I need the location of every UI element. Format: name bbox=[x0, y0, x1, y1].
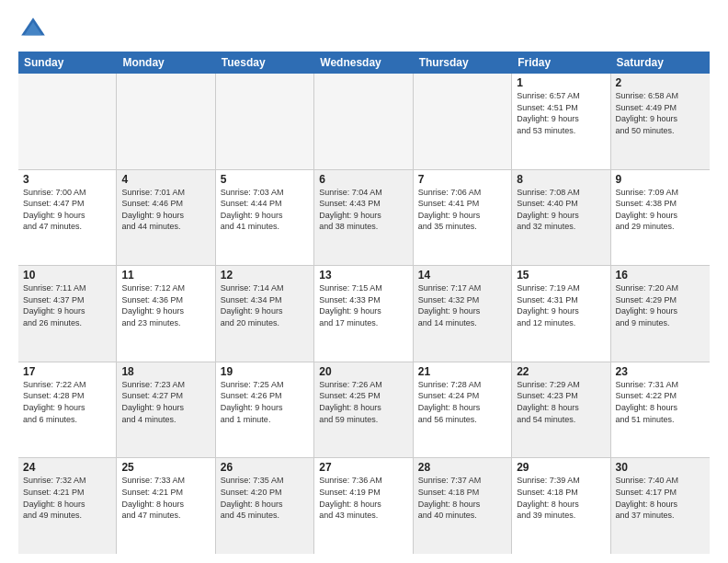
cell-info: Sunrise: 7:36 AM Sunset: 4:19 PM Dayligh… bbox=[319, 475, 407, 521]
day-number: 22 bbox=[517, 365, 605, 378]
calendar-cell bbox=[414, 74, 512, 169]
calendar-cell: 28Sunrise: 7:37 AM Sunset: 4:18 PM Dayli… bbox=[414, 458, 512, 554]
day-number: 15 bbox=[517, 269, 605, 282]
day-number: 17 bbox=[23, 365, 111, 378]
cell-info: Sunrise: 7:26 AM Sunset: 4:25 PM Dayligh… bbox=[319, 379, 407, 425]
calendar-cell: 6Sunrise: 7:04 AM Sunset: 4:43 PM Daylig… bbox=[314, 170, 413, 266]
cell-info: Sunrise: 7:06 AM Sunset: 4:41 PM Dayligh… bbox=[418, 187, 506, 233]
calendar-cell bbox=[18, 74, 117, 169]
cell-info: Sunrise: 7:00 AM Sunset: 4:47 PM Dayligh… bbox=[23, 187, 111, 233]
day-number: 10 bbox=[23, 269, 111, 282]
calendar-cell: 15Sunrise: 7:19 AM Sunset: 4:31 PM Dayli… bbox=[512, 266, 610, 362]
calendar-cell: 11Sunrise: 7:12 AM Sunset: 4:36 PM Dayli… bbox=[117, 266, 215, 362]
day-number: 4 bbox=[121, 173, 210, 186]
header bbox=[18, 15, 710, 44]
logo-icon bbox=[18, 15, 48, 44]
calendar-cell: 12Sunrise: 7:14 AM Sunset: 4:34 PM Dayli… bbox=[216, 266, 314, 362]
day-number: 7 bbox=[418, 173, 506, 186]
calendar-cell bbox=[314, 74, 413, 169]
calendar-cell: 3Sunrise: 7:00 AM Sunset: 4:47 PM Daylig… bbox=[18, 170, 117, 266]
cell-info: Sunrise: 7:28 AM Sunset: 4:24 PM Dayligh… bbox=[418, 379, 506, 425]
calendar-cell: 8Sunrise: 7:08 AM Sunset: 4:40 PM Daylig… bbox=[512, 170, 610, 266]
day-number: 16 bbox=[616, 269, 705, 282]
day-number: 5 bbox=[221, 173, 309, 186]
cell-info: Sunrise: 7:01 AM Sunset: 4:46 PM Dayligh… bbox=[121, 187, 210, 233]
cell-info: Sunrise: 7:03 AM Sunset: 4:44 PM Dayligh… bbox=[221, 187, 309, 233]
calendar-cell: 21Sunrise: 7:28 AM Sunset: 4:24 PM Dayli… bbox=[414, 362, 512, 458]
day-number: 23 bbox=[616, 365, 705, 378]
day-number: 30 bbox=[616, 461, 705, 474]
weekday-header: Saturday bbox=[611, 52, 710, 74]
calendar-cell: 26Sunrise: 7:35 AM Sunset: 4:20 PM Dayli… bbox=[216, 458, 314, 554]
calendar-cell: 24Sunrise: 7:32 AM Sunset: 4:21 PM Dayli… bbox=[18, 458, 117, 554]
calendar-cell bbox=[216, 74, 314, 169]
cell-info: Sunrise: 7:04 AM Sunset: 4:43 PM Dayligh… bbox=[319, 187, 407, 233]
day-number: 29 bbox=[517, 461, 605, 474]
day-number: 20 bbox=[319, 365, 407, 378]
day-number: 24 bbox=[23, 461, 111, 474]
cell-info: Sunrise: 6:58 AM Sunset: 4:49 PM Dayligh… bbox=[616, 90, 705, 136]
cell-info: Sunrise: 7:25 AM Sunset: 4:26 PM Dayligh… bbox=[221, 379, 309, 425]
day-number: 28 bbox=[418, 461, 506, 474]
calendar-body: 1Sunrise: 6:57 AM Sunset: 4:51 PM Daylig… bbox=[18, 74, 710, 554]
calendar-cell: 29Sunrise: 7:39 AM Sunset: 4:18 PM Dayli… bbox=[512, 458, 610, 554]
cell-info: Sunrise: 7:19 AM Sunset: 4:31 PM Dayligh… bbox=[517, 282, 605, 328]
calendar-cell: 1Sunrise: 6:57 AM Sunset: 4:51 PM Daylig… bbox=[512, 74, 610, 169]
day-number: 3 bbox=[23, 173, 111, 186]
day-number: 18 bbox=[121, 365, 210, 378]
day-number: 26 bbox=[221, 461, 309, 474]
cell-info: Sunrise: 7:08 AM Sunset: 4:40 PM Dayligh… bbox=[517, 187, 605, 233]
cell-info: Sunrise: 6:57 AM Sunset: 4:51 PM Dayligh… bbox=[517, 90, 605, 136]
cell-info: Sunrise: 7:22 AM Sunset: 4:28 PM Dayligh… bbox=[23, 379, 111, 425]
calendar-header: SundayMondayTuesdayWednesdayThursdayFrid… bbox=[18, 52, 710, 74]
cell-info: Sunrise: 7:29 AM Sunset: 4:23 PM Dayligh… bbox=[517, 379, 605, 425]
calendar-cell: 22Sunrise: 7:29 AM Sunset: 4:23 PM Dayli… bbox=[512, 362, 610, 458]
calendar-cell: 19Sunrise: 7:25 AM Sunset: 4:26 PM Dayli… bbox=[216, 362, 314, 458]
calendar-cell: 23Sunrise: 7:31 AM Sunset: 4:22 PM Dayli… bbox=[611, 362, 710, 458]
day-number: 2 bbox=[616, 76, 705, 89]
day-number: 11 bbox=[121, 269, 210, 282]
cell-info: Sunrise: 7:20 AM Sunset: 4:29 PM Dayligh… bbox=[616, 282, 705, 328]
calendar-cell: 9Sunrise: 7:09 AM Sunset: 4:38 PM Daylig… bbox=[611, 170, 710, 266]
cell-info: Sunrise: 7:39 AM Sunset: 4:18 PM Dayligh… bbox=[517, 475, 605, 521]
day-number: 13 bbox=[319, 269, 407, 282]
cell-info: Sunrise: 7:17 AM Sunset: 4:32 PM Dayligh… bbox=[418, 282, 506, 328]
weekday-header: Sunday bbox=[18, 52, 117, 74]
cell-info: Sunrise: 7:14 AM Sunset: 4:34 PM Dayligh… bbox=[221, 282, 309, 328]
calendar-cell: 5Sunrise: 7:03 AM Sunset: 4:44 PM Daylig… bbox=[216, 170, 314, 266]
calendar-cell: 27Sunrise: 7:36 AM Sunset: 4:19 PM Dayli… bbox=[314, 458, 413, 554]
day-number: 6 bbox=[319, 173, 407, 186]
calendar: SundayMondayTuesdayWednesdayThursdayFrid… bbox=[18, 52, 710, 554]
weekday-header: Friday bbox=[512, 52, 610, 74]
weekday-header: Thursday bbox=[414, 52, 512, 74]
day-number: 14 bbox=[418, 269, 506, 282]
day-number: 1 bbox=[517, 76, 605, 89]
weekday-header: Wednesday bbox=[314, 52, 413, 74]
day-number: 8 bbox=[517, 173, 605, 186]
calendar-cell: 25Sunrise: 7:33 AM Sunset: 4:21 PM Dayli… bbox=[117, 458, 215, 554]
cell-info: Sunrise: 7:32 AM Sunset: 4:21 PM Dayligh… bbox=[23, 475, 111, 521]
weekday-header: Monday bbox=[117, 52, 215, 74]
calendar-cell: 17Sunrise: 7:22 AM Sunset: 4:28 PM Dayli… bbox=[18, 362, 117, 458]
calendar-cell: 16Sunrise: 7:20 AM Sunset: 4:29 PM Dayli… bbox=[611, 266, 710, 362]
calendar-row: 10Sunrise: 7:11 AM Sunset: 4:37 PM Dayli… bbox=[18, 266, 710, 362]
calendar-row: 24Sunrise: 7:32 AM Sunset: 4:21 PM Dayli… bbox=[18, 458, 710, 554]
cell-info: Sunrise: 7:37 AM Sunset: 4:18 PM Dayligh… bbox=[418, 475, 506, 521]
cell-info: Sunrise: 7:23 AM Sunset: 4:27 PM Dayligh… bbox=[121, 379, 210, 425]
calendar-cell: 4Sunrise: 7:01 AM Sunset: 4:46 PM Daylig… bbox=[117, 170, 215, 266]
cell-info: Sunrise: 7:12 AM Sunset: 4:36 PM Dayligh… bbox=[121, 282, 210, 328]
day-number: 27 bbox=[319, 461, 407, 474]
calendar-row: 1Sunrise: 6:57 AM Sunset: 4:51 PM Daylig… bbox=[18, 74, 710, 170]
calendar-cell: 13Sunrise: 7:15 AM Sunset: 4:33 PM Dayli… bbox=[314, 266, 413, 362]
calendar-cell bbox=[117, 74, 215, 169]
cell-info: Sunrise: 7:40 AM Sunset: 4:17 PM Dayligh… bbox=[616, 475, 705, 521]
calendar-row: 17Sunrise: 7:22 AM Sunset: 4:28 PM Dayli… bbox=[18, 362, 710, 459]
calendar-cell: 7Sunrise: 7:06 AM Sunset: 4:41 PM Daylig… bbox=[414, 170, 512, 266]
logo bbox=[18, 15, 51, 44]
cell-info: Sunrise: 7:11 AM Sunset: 4:37 PM Dayligh… bbox=[23, 282, 111, 328]
day-number: 19 bbox=[221, 365, 309, 378]
day-number: 12 bbox=[221, 269, 309, 282]
calendar-row: 3Sunrise: 7:00 AM Sunset: 4:47 PM Daylig… bbox=[18, 170, 710, 267]
day-number: 9 bbox=[616, 173, 705, 186]
weekday-header: Tuesday bbox=[216, 52, 314, 74]
